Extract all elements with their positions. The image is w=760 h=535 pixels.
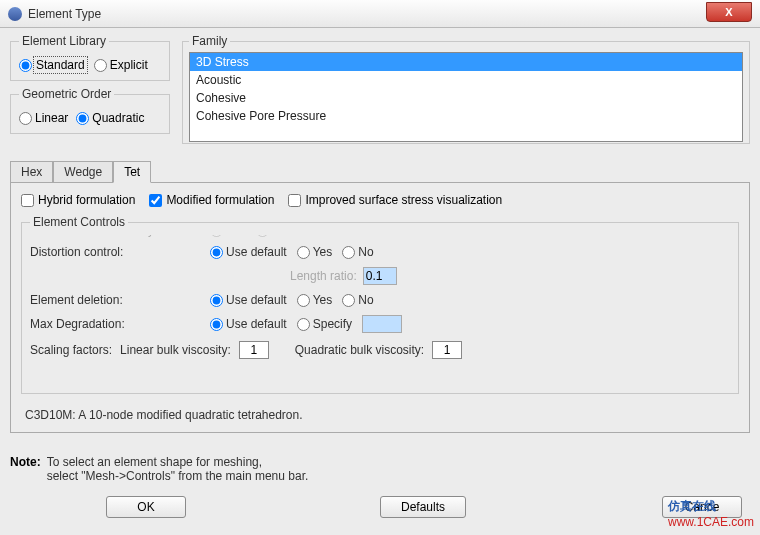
improved-check[interactable]: Improved surface stress visualization xyxy=(288,193,502,207)
tab-hex[interactable]: Hex xyxy=(10,161,53,183)
note-text: To select an element shape for meshing, … xyxy=(47,455,309,483)
title-bar: Element Type X xyxy=(0,0,760,28)
hybrid-check-input[interactable] xyxy=(21,194,34,207)
distortion-default[interactable]: Use default xyxy=(210,245,287,259)
length-ratio-label: Length ratio: xyxy=(290,269,357,283)
hybrid-label: Hybrid formulation xyxy=(38,193,135,207)
improved-label: Improved surface stress visualization xyxy=(305,193,502,207)
scroll-down-icon[interactable]: ▼ xyxy=(713,370,727,384)
element-library-legend: Element Library xyxy=(19,34,109,48)
sec-yes-radio xyxy=(210,235,223,237)
element-controls-scrollbar[interactable]: ▲ ▼ xyxy=(712,235,728,385)
maxdeg-input[interactable] xyxy=(362,315,402,333)
note-label: Note: xyxy=(10,455,41,483)
family-item-cohesive-pore[interactable]: Cohesive Pore Pressure xyxy=(190,107,742,125)
maxdeg-opts: Use default Specify xyxy=(210,315,712,333)
standard-radio[interactable]: Standard xyxy=(19,58,86,72)
maxdeg-label: Max Degradation: xyxy=(30,317,210,331)
element-description: C3D10M: A 10-node modified quadratic tet… xyxy=(21,408,739,422)
improved-check-input[interactable] xyxy=(288,194,301,207)
watermark-url: www.1CAE.com xyxy=(668,515,754,529)
deletion-default[interactable]: Use default xyxy=(210,293,287,307)
quadratic-label: Quadratic xyxy=(92,111,144,125)
sec-no-radio xyxy=(256,235,269,237)
watermark: 仿真在线 www.1CAE.com xyxy=(668,498,754,529)
quadbulk-input[interactable] xyxy=(432,341,462,359)
distortion-opts: Use default Yes No xyxy=(210,245,712,259)
length-ratio-input[interactable] xyxy=(363,267,397,285)
scaling-label: Scaling factors: xyxy=(30,343,112,357)
linear-radio[interactable]: Linear xyxy=(19,111,68,125)
standard-label: Standard xyxy=(35,58,86,72)
element-library-group: Element Library Standard Explicit xyxy=(10,34,170,81)
linbulk-input[interactable] xyxy=(239,341,269,359)
family-item-acoustic[interactable]: Acoustic xyxy=(190,71,742,89)
ok-button[interactable]: OK xyxy=(106,496,186,518)
explicit-radio[interactable]: Explicit xyxy=(94,58,148,72)
quadbulk-label: Quadratic bulk viscosity: xyxy=(295,343,424,357)
tab-wedge[interactable]: Wedge xyxy=(53,161,113,183)
defaults-button[interactable]: Defaults xyxy=(380,496,466,518)
scroll-track[interactable] xyxy=(713,250,727,370)
deletion-opts: Use default Yes No xyxy=(210,293,712,307)
family-item-3d-stress[interactable]: 3D Stress xyxy=(190,53,742,71)
modified-check[interactable]: Modified formulation xyxy=(149,193,274,207)
family-item-cohesive[interactable]: Cohesive xyxy=(190,89,742,107)
geometric-order-group: Geometric Order Linear Quadratic xyxy=(10,87,170,134)
content-area: Element Library Standard Explicit Geomet… xyxy=(0,28,760,521)
explicit-radio-input[interactable] xyxy=(94,59,107,72)
family-list[interactable]: 3D Stress Acoustic Cohesive Cohesive Por… xyxy=(189,52,743,142)
linbulk-label: Linear bulk viscosity: xyxy=(120,343,231,357)
modified-check-input[interactable] xyxy=(149,194,162,207)
family-group: Family 3D Stress Acoustic Cohesive Cohes… xyxy=(182,34,750,144)
tab-body-tet: Hybrid formulation Modified formulation … xyxy=(10,182,750,433)
note-row: Note: To select an element shape for mes… xyxy=(10,455,750,483)
hybrid-check[interactable]: Hybrid formulation xyxy=(21,193,135,207)
quadratic-radio-input[interactable] xyxy=(76,112,89,125)
distortion-yes[interactable]: Yes xyxy=(297,245,333,259)
distortion-no[interactable]: No xyxy=(342,245,373,259)
standard-radio-input[interactable] xyxy=(19,59,32,72)
linear-radio-input[interactable] xyxy=(19,112,32,125)
tab-strip: Hex Wedge Tet xyxy=(10,160,750,182)
window-title: Element Type xyxy=(28,7,101,21)
deletion-label: Element deletion: xyxy=(30,293,210,307)
quadratic-radio[interactable]: Quadratic xyxy=(76,111,144,125)
second-order-opts: Yes No xyxy=(210,235,712,237)
deletion-yes[interactable]: Yes xyxy=(297,293,333,307)
element-controls-group: Element Controls Second-order accuracy: … xyxy=(21,215,739,394)
close-button[interactable]: X xyxy=(706,2,752,22)
family-legend: Family xyxy=(189,34,230,48)
maxdeg-specify[interactable]: Specify xyxy=(297,317,352,331)
scroll-up-icon[interactable]: ▲ xyxy=(713,236,727,250)
scroll-thumb[interactable] xyxy=(714,272,726,324)
watermark-cn: 仿真在线 xyxy=(668,498,754,515)
element-controls-legend: Element Controls xyxy=(30,215,128,229)
explicit-label: Explicit xyxy=(110,58,148,72)
deletion-no[interactable]: No xyxy=(342,293,373,307)
distortion-label: Distortion control: xyxy=(30,245,210,259)
second-order-label: Second-order accuracy: xyxy=(30,235,210,237)
button-row: OK Defaults Cance xyxy=(10,493,750,521)
linear-label: Linear xyxy=(35,111,68,125)
tab-tet[interactable]: Tet xyxy=(113,161,151,183)
app-icon xyxy=(8,7,22,21)
geometric-order-legend: Geometric Order xyxy=(19,87,114,101)
modified-label: Modified formulation xyxy=(166,193,274,207)
maxdeg-default[interactable]: Use default xyxy=(210,317,287,331)
